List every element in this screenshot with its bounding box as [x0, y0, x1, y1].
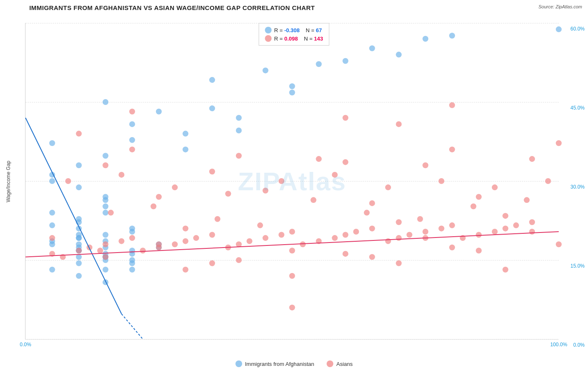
pink-dot — [102, 241, 108, 247]
pink-dot — [369, 254, 375, 260]
blue-dot — [263, 67, 268, 73]
pink-dot — [193, 235, 199, 241]
pink-dot — [343, 232, 348, 238]
pink-dot — [422, 162, 428, 168]
chart-container: IMMIGRANTS FROM AFGHANISTAN VS ASIAN WAG… — [0, 0, 588, 373]
legend-box: R = -0.308 N = 67 R = 0.098 N = 143 — [258, 23, 329, 46]
blue-dot — [183, 146, 189, 152]
pink-dot — [343, 159, 348, 165]
pink-dot — [529, 229, 535, 235]
y-gridline — [26, 339, 559, 340]
pink-dot — [289, 248, 295, 253]
pink-dot — [449, 102, 455, 108]
blue-dot — [49, 222, 55, 228]
scatter-plot — [26, 23, 559, 339]
y-tick-label: 15.0% — [570, 263, 587, 269]
pink-dot — [449, 222, 455, 228]
blue-dot — [129, 248, 135, 253]
blue-trend-line — [26, 118, 122, 314]
legend-label-pink: Asians — [336, 361, 353, 367]
blue-dot — [556, 26, 562, 32]
pink-dot — [247, 238, 253, 244]
y-tick-label: 0.0% — [573, 342, 587, 348]
pink-dot — [119, 238, 125, 244]
pink-dot — [396, 261, 402, 266]
pink-dot — [449, 146, 455, 152]
pink-dot — [263, 235, 268, 241]
blue-dot — [102, 153, 108, 159]
y-tick-label: 30.0% — [570, 184, 587, 190]
blue-dot — [49, 178, 55, 184]
chart-area: ZIPAtlas 60.0%45.0%30.0%15.0%0.0% 0.0%10… — [25, 23, 559, 340]
pink-dot — [545, 178, 551, 184]
blue-dot — [76, 273, 82, 279]
pink-dot — [129, 109, 135, 115]
y-tick-label: 60.0% — [570, 26, 587, 32]
pink-dot — [396, 121, 402, 127]
blue-dot — [49, 140, 55, 146]
pink-dot — [524, 197, 530, 203]
pink-dot — [140, 248, 146, 253]
pink-dot — [529, 156, 535, 162]
pink-dot — [236, 153, 242, 159]
pink-dot — [108, 210, 114, 216]
pink-dot — [156, 241, 162, 247]
pink-dot — [102, 162, 108, 168]
pink-dot — [316, 156, 322, 162]
bottom-legend: Immigrants from Afghanistan Asians — [0, 360, 588, 367]
pink-dot — [151, 203, 156, 209]
blue-dot — [102, 210, 108, 216]
blue-dot — [129, 137, 135, 143]
blue-dot — [76, 184, 82, 190]
x-tick-label: 100.0% — [550, 342, 568, 347]
blue-dot — [129, 261, 135, 266]
pink-dot — [76, 248, 82, 253]
pink-dot — [209, 261, 215, 266]
legend-r-value-blue: -0.308 — [284, 27, 300, 33]
x-tick-label: 0.0% — [20, 342, 31, 347]
pink-dot — [556, 140, 562, 146]
pink-dot — [289, 229, 295, 235]
blue-dot — [129, 225, 135, 231]
legend-r-value-pink: 0.098 — [284, 36, 298, 42]
pink-dot — [353, 229, 359, 235]
pink-dot — [87, 245, 92, 250]
pink-dot — [369, 225, 375, 231]
pink-dot — [65, 178, 71, 184]
pink-dot — [470, 203, 476, 209]
blue-dot — [76, 241, 82, 247]
pink-dot — [476, 232, 482, 238]
pink-dot — [476, 194, 482, 200]
pink-dot — [172, 241, 178, 247]
blue-dot — [209, 105, 215, 111]
blue-dot — [102, 99, 108, 105]
legend-dot-blue — [265, 27, 271, 33]
pink-dot — [406, 232, 412, 238]
pink-dot — [172, 184, 178, 190]
pink-dot — [369, 200, 375, 206]
pink-dot — [439, 178, 445, 184]
blue-dot — [236, 115, 242, 121]
blue-dot — [343, 58, 348, 64]
pink-dot — [449, 245, 455, 250]
y-tick-label: 45.0% — [570, 105, 587, 111]
pink-dot — [503, 267, 509, 273]
pink-dot — [209, 169, 215, 174]
pink-dot — [279, 232, 284, 238]
pink-dot — [476, 248, 482, 253]
pink-dot — [257, 222, 263, 228]
pink-dot — [263, 188, 268, 194]
blue-dot — [209, 77, 215, 83]
pink-dot — [236, 257, 242, 263]
blue-dot — [102, 279, 108, 285]
pink-dot — [422, 229, 428, 235]
pink-dot — [183, 267, 189, 273]
blue-dot — [396, 52, 402, 58]
legend-r-pink: R = 0.098 N = 143 — [274, 36, 323, 42]
blue-dot — [183, 131, 189, 137]
pink-dot — [556, 241, 562, 247]
blue-dot — [102, 267, 108, 273]
pink-dot — [97, 248, 103, 253]
pink-dot — [385, 238, 391, 244]
pink-dot — [332, 235, 338, 241]
